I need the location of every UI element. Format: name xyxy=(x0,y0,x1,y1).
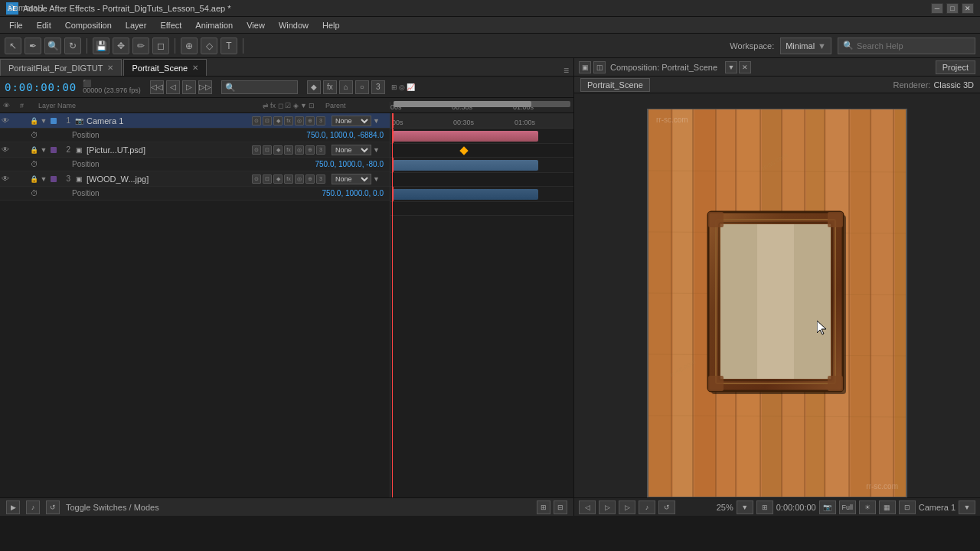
tool-text[interactable]: T xyxy=(220,37,237,54)
timeline-playhead-ruler[interactable] xyxy=(392,113,394,128)
search-help-input[interactable] xyxy=(857,41,964,51)
layer-1-position-value[interactable]: 750.0, 1000.0, -6884.0 xyxy=(306,131,390,139)
expand-all-btn[interactable]: ⊞ xyxy=(537,500,550,514)
tool-save[interactable]: 💾 xyxy=(93,37,109,54)
project-panel-label[interactable]: Project xyxy=(936,60,975,74)
layer-2-shy[interactable]: ⊙ xyxy=(252,145,261,155)
comp-icon-1[interactable]: ▣ xyxy=(579,61,591,73)
keyframe-1[interactable] xyxy=(459,146,468,155)
nav-back-button[interactable]: ◁ xyxy=(166,80,180,94)
layer-2-quality[interactable]: ◆ xyxy=(273,145,283,155)
tab-portrait-scene-close[interactable]: ✕ xyxy=(192,64,198,72)
minimize-button[interactable]: ─ xyxy=(931,3,943,14)
layer-1-quality[interactable]: ◆ xyxy=(273,116,283,126)
layer-2-effect[interactable]: fx xyxy=(284,145,293,155)
menu-window[interactable]: Window xyxy=(273,19,315,31)
tool-move[interactable]: ✥ xyxy=(113,37,129,54)
comp-name-badge[interactable]: Portrait_Scene xyxy=(580,78,650,92)
layer-1-lock[interactable]: 🔒 xyxy=(29,117,38,125)
nav-backward-button[interactable]: ◁◁ xyxy=(150,80,164,94)
render-btn[interactable]: ▶ xyxy=(6,500,20,514)
layer-solo-button[interactable]: ◆ xyxy=(307,80,321,94)
layer-3-motionblur[interactable]: ◎ xyxy=(295,174,304,184)
layer-2-expand[interactable]: ▼ xyxy=(38,146,49,154)
menu-effect[interactable]: Effect xyxy=(154,19,188,31)
loop-btn[interactable]: ↺ xyxy=(46,500,60,514)
close-button[interactable]: ✕ xyxy=(962,3,974,14)
tool-rotate[interactable]: ↻ xyxy=(64,37,81,54)
layer-3-lock[interactable]: 🔒 xyxy=(29,175,38,183)
viewer-exposure[interactable]: ☀ xyxy=(859,500,876,514)
nav-forward-fast-button[interactable]: ▷▷ xyxy=(198,80,212,94)
layer-2-name[interactable]: [Pictur...UT.psd] xyxy=(87,145,252,155)
tabs-menu-button[interactable]: ≡ xyxy=(559,65,573,76)
tab-portrait-scene[interactable]: Portrait_Scene ✕ xyxy=(123,59,207,76)
maximize-button[interactable]: □ xyxy=(946,3,959,14)
layer-3d-button[interactable]: 3 xyxy=(371,80,385,94)
layer-1-collapse[interactable]: ⊡ xyxy=(263,116,272,126)
layer-3-position-value[interactable]: 750.0, 1000.0, 0.0 xyxy=(322,189,390,197)
viewer-snapshot[interactable]: 📷 xyxy=(819,500,836,514)
viewer-checkerboard[interactable]: ▦ xyxy=(879,500,896,514)
viewer-quality-dropdown[interactable]: Full xyxy=(839,500,856,514)
layer-2-adj[interactable]: ⊕ xyxy=(305,145,315,155)
layer-3-shy[interactable]: ⊙ xyxy=(252,174,261,184)
tool-shape[interactable]: ◇ xyxy=(201,37,217,54)
fit-viewer[interactable]: ⊞ xyxy=(756,500,773,514)
layer-1-visibility[interactable]: 👁 xyxy=(0,116,11,125)
viewer-nav-forward[interactable]: ▷ xyxy=(619,500,635,514)
comp-dropdown-btn[interactable]: ▼ xyxy=(725,61,737,73)
layer-1-shy[interactable]: ⊙ xyxy=(252,116,261,126)
layer-2-visibility[interactable]: 👁 xyxy=(0,145,11,154)
layer-1-effect[interactable]: fx xyxy=(284,116,293,126)
viewer-guides[interactable]: ⊡ xyxy=(899,500,916,514)
menu-composition[interactable]: Composition xyxy=(59,19,118,31)
layer-3-visibility[interactable]: 👁 xyxy=(0,174,11,183)
menu-view[interactable]: View xyxy=(240,19,271,31)
menu-file[interactable]: File xyxy=(3,19,29,31)
tool-pen[interactable]: ✒ xyxy=(24,37,41,54)
track-bar-1[interactable] xyxy=(393,131,538,142)
layer-3-3d[interactable]: 3 xyxy=(316,174,325,184)
layer-row-3[interactable]: 👁 🔒 ▼ 3 ▣ [WOOD_W...jpg] ⊙ ⊡ ◆ fx ◎ xyxy=(0,171,390,187)
layer-1-motionblur[interactable]: ◎ xyxy=(295,116,304,126)
layer-3-name[interactable]: [WOOD_W...jpg] xyxy=(87,174,252,184)
tool-eraser[interactable]: ◻ xyxy=(152,37,169,54)
menu-animation[interactable]: Animation xyxy=(189,19,239,31)
layer-effect-button[interactable]: fx xyxy=(323,80,337,94)
timeline-playhead-2[interactable] xyxy=(392,158,394,172)
zoom-dropdown[interactable]: ▼ xyxy=(737,500,753,514)
menu-edit[interactable]: Edit xyxy=(31,19,57,31)
layer-1-stopwatch[interactable]: ⏱ xyxy=(31,131,38,139)
viewer-play[interactable]: ▷ xyxy=(599,500,616,514)
layer-3-expand[interactable]: ▼ xyxy=(38,175,49,183)
menu-help[interactable]: Help xyxy=(316,19,346,31)
nav-forward-button[interactable]: ▷ xyxy=(182,80,196,94)
layer-2-parent-dropdown[interactable]: None xyxy=(332,145,371,155)
layer-row-1[interactable]: 👁 🔒 ▼ 1 📷 Camera 1 ⊙ ⊡ ◆ fx ◎ xyxy=(0,113,390,129)
tool-select[interactable]: ↖ xyxy=(5,37,21,54)
layer-3-quality[interactable]: ◆ xyxy=(273,174,283,184)
comp-settings-btn[interactable]: ✕ xyxy=(739,61,751,73)
workspace-dropdown-icon[interactable]: ▼ xyxy=(818,41,826,51)
layer-1-name[interactable]: Camera 1 xyxy=(87,116,252,126)
track-bar-2[interactable] xyxy=(393,160,538,171)
layer-3-parent-dropdown[interactable]: None xyxy=(332,174,371,184)
layer-3-stopwatch[interactable]: ⏱ xyxy=(31,189,38,197)
layer-2-3d[interactable]: 3 xyxy=(316,145,325,155)
layer-adjust-button[interactable]: ○ xyxy=(355,80,369,94)
comp-viewer[interactable]: rr-sc.com rr-sc.com rr-sc.com rr-sc.com xyxy=(574,109,980,497)
layer-3-effect[interactable]: fx xyxy=(284,174,293,184)
camera-dropdown[interactable]: ▼ xyxy=(959,500,975,514)
layer-1-adj[interactable]: ⊕ xyxy=(305,116,315,126)
viewer-loop[interactable]: ↺ xyxy=(658,500,675,514)
comp-icon-2[interactable]: ◫ xyxy=(593,61,606,73)
track-bar-3[interactable] xyxy=(393,189,538,200)
menu-layer[interactable]: Layer xyxy=(119,19,153,31)
layer-2-collapse[interactable]: ⊡ xyxy=(263,145,272,155)
viewer-audio[interactable]: ♪ xyxy=(639,500,655,514)
tool-anchor[interactable]: ⊕ xyxy=(181,37,198,54)
collapse-all-btn[interactable]: ⊟ xyxy=(554,500,567,514)
layer-3-collapse[interactable]: ⊡ xyxy=(263,174,272,184)
audio-btn[interactable]: ♪ xyxy=(26,500,40,514)
